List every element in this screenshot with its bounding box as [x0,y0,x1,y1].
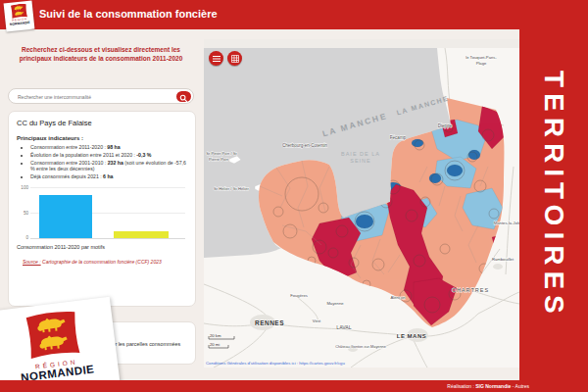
gridline [30,187,185,188]
intro-text: Recherchez ci-dessous et visualisez dire… [6,45,196,63]
y-axis-tick: 100 [18,185,28,190]
app-window: RÉGION NORMANDIE Suivi de la consommatio… [0,0,588,392]
map-edge [204,39,519,48]
city-label-alencon: Alençon [390,295,406,300]
city-label-chartres: CHARTRES [452,287,489,293]
bar-yellow [114,231,168,238]
city-label-touquet-1: le Touquet-Paris- [466,55,497,60]
search-input[interactable] [16,91,172,103]
city-label-chateau-gontier: Château-Gontier-sur-Mayenne [335,345,386,349]
attribution-link[interactable]: Conditions Générales d'utilisation dispo… [206,361,346,366]
source-note: Source : Cartographie de la consommation… [23,259,187,265]
city-label-rambouillet: Rambouillet [492,257,514,262]
city-label-lemans: LE MANS [397,333,427,339]
chart-caption: Consommation 2011-2020 par motifs [17,244,187,250]
bay-label-line1: BAIE DE LA [341,151,380,157]
city-label-fecamp: Fécamp [390,135,407,140]
y-axis-tick: 0 [18,235,28,240]
indicator-item: Évolution de la population entre 2011 et… [30,152,187,159]
city-label-guernsey-2: Pierre Port [209,157,229,162]
y-axis-tick: 50 [18,211,28,216]
footer-bar: Réalisation : SIG Normandie - Autres [0,380,588,392]
territoires-label: TERRITOIRES [538,71,569,319]
city-label-cherbourg: Cherbourg-en-Cotentin [282,143,328,148]
sidebar: Recherchez ci-dessous et visualisez dire… [0,29,204,380]
city-label-dieppe: Dieppe [438,123,453,128]
indicators-list: Consommation entre 2011-2020 : 98 ha Évo… [23,144,187,180]
basemap-button[interactable] [227,51,242,66]
city-label-touquet-2: Plage [476,61,487,66]
map-container[interactable]: LA MANCHE LA MANCHE BAIE DE LA SEINE Che… [204,39,519,368]
legend-icon [213,55,220,63]
city-label-guernsey-1: St Peter Port / St [206,151,237,156]
city-label-jersey: St Helier / St-Hélier [214,186,249,191]
page-title: Suivi de la consommation foncière [39,8,218,20]
territory-card: CC du Pays de Falaise Principaux indicat… [8,111,196,307]
svg-text:20 km: 20 km [210,333,221,338]
basemap-grid-icon [231,55,239,63]
territoires-band: TERRITOIRES [519,29,588,392]
consumption-bar-chart: 100 50 0 [30,187,185,239]
indicators-heading: Principaux indicateurs : [17,135,187,141]
city-label-mantes: Mantes-la-Jolie [494,220,519,225]
indicator-item: Consommation entre 2011-2020 : 98 ha [30,144,187,151]
search-bar [8,88,194,104]
city-label-mayenne: Mayenne [326,301,344,306]
search-button[interactable] [176,91,191,102]
header-bar: RÉGION NORMANDIE Suivi de la consommatio… [0,0,588,29]
city-label-vitre: Vitré [313,318,321,323]
bay-label-line2: SEINE [350,158,371,164]
city-label-laval: LAVAL [336,324,351,330]
bar-blue [39,195,92,238]
city-label-rennes: RENNES [255,319,284,326]
svg-text:20 mi: 20 mi [210,342,220,347]
territory-title: CC du Pays de Falaise [17,119,187,127]
normandie-logo-large: RÉGION NORMANDIE [0,297,121,392]
footer-credit: Réalisation : SIG Normandie - Autres [447,383,529,389]
map-canvas[interactable]: LA MANCHE LA MANCHE BAIE DE LA SEINE Che… [204,39,519,368]
indicator-item: Consommation entre 2001-2010 : 232 ha (s… [30,160,187,173]
city-label-fougeres: Fougères [290,293,308,298]
legend-button[interactable] [209,51,223,66]
normandie-shield-icon [20,309,85,363]
normandie-logo-small: RÉGION NORMANDIE [4,1,35,32]
indicator-item: Déjà consommés depuis 2021 : 6 ha [30,173,187,180]
search-icon [179,94,188,103]
